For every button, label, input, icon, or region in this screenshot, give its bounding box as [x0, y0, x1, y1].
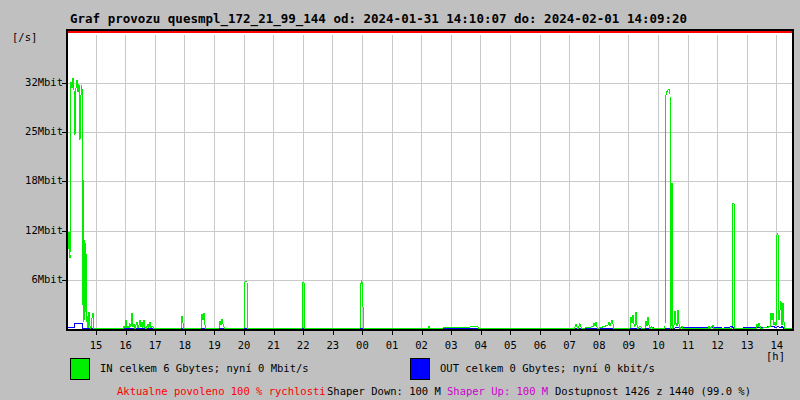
legend-in-label: IN celkem 6 Gbytes; nyní 0 Mbit/s [100, 362, 309, 374]
status-allowed-speed: Aktualne povoleno 100 % rychlosti [117, 385, 326, 397]
legend-in-swatch [70, 358, 90, 380]
x-tick-mark [540, 331, 541, 335]
y-tick-label: 25Mbit [0, 126, 63, 137]
x-tick-mark [126, 331, 127, 335]
x-tick-mark [718, 331, 719, 335]
x-tick-label: 12 [711, 340, 724, 351]
x-tick-label: 04 [474, 340, 487, 351]
x-tick-mark [214, 331, 215, 335]
y-tick-mark [62, 280, 66, 281]
x-tick-label: 11 [682, 340, 695, 351]
y-tick-mark [62, 132, 66, 133]
x-tick-label: 19 [208, 340, 221, 351]
x-tick-label: 00 [356, 340, 369, 351]
y-tick-label: 6Mbit [0, 274, 63, 285]
x-tick-label: 16 [119, 340, 132, 351]
x-tick-mark [629, 331, 630, 335]
max-bandwidth-line [68, 31, 792, 33]
y-tick-mark [62, 83, 66, 84]
x-tick-label: 05 [504, 340, 517, 351]
x-tick-label: 15 [90, 340, 103, 351]
x-tick-label: 09 [622, 340, 635, 351]
graph-title: Graf provozu quesmpl_172_21_99_144 od: 2… [70, 11, 687, 26]
x-tick-label: 07 [563, 340, 576, 351]
status-shaper-down: Shaper Down: 100 M [327, 385, 441, 397]
x-tick-label: 02 [415, 340, 428, 351]
x-tick-mark [96, 331, 97, 335]
x-tick-label: 06 [534, 340, 547, 351]
x-tick-mark [658, 331, 659, 335]
x-tick-mark [688, 331, 689, 335]
y-tick-label: 32Mbit [0, 77, 63, 88]
x-tick-label: 20 [238, 340, 251, 351]
x-tick-label: 17 [149, 340, 162, 351]
x-tick-mark [570, 331, 571, 335]
x-tick-label: 22 [297, 340, 310, 351]
x-tick-label: 23 [326, 340, 339, 351]
x-tick-mark [333, 331, 334, 335]
y-tick-label: 18Mbit [0, 175, 63, 186]
x-tick-label: 08 [593, 340, 606, 351]
x-tick-label: 21 [267, 340, 280, 351]
x-tick-mark [244, 331, 245, 335]
traffic-chart [68, 35, 792, 329]
x-axis-unit-label: [h] [766, 350, 785, 362]
x-tick-label: 18 [178, 340, 191, 351]
in-traffic-line [68, 78, 792, 329]
x-tick-mark [185, 331, 186, 335]
status-shaper-up: Shaper Up: 100 M [447, 385, 548, 397]
y-tick-mark [62, 231, 66, 232]
legend-out-label: OUT celkem 0 Gbytes; nyní 0 kbit/s [440, 362, 655, 374]
x-tick-label: 01 [386, 340, 399, 351]
x-tick-mark [777, 331, 778, 335]
x-tick-mark [392, 331, 393, 335]
traffic-graph-page: { "title": "Graf provozu quesmpl_172_21_… [0, 0, 800, 400]
status-availability: Dostupnost 1426 z 1440 (99.0 %) [555, 385, 751, 397]
legend-out-swatch [410, 358, 430, 380]
x-tick-label: 13 [741, 340, 754, 351]
x-tick-mark [510, 331, 511, 335]
x-tick-label: 10 [652, 340, 665, 351]
x-tick-mark [155, 331, 156, 335]
x-tick-mark [747, 331, 748, 335]
x-tick-mark [451, 331, 452, 335]
y-axis-unit-label: [/s] [12, 31, 37, 43]
x-tick-label: 03 [445, 340, 458, 351]
x-tick-mark [274, 331, 275, 335]
x-tick-mark [599, 331, 600, 335]
y-tick-mark [62, 181, 66, 182]
x-tick-mark [481, 331, 482, 335]
x-tick-mark [422, 331, 423, 335]
x-tick-mark [362, 331, 363, 335]
y-tick-label: 12Mbit [0, 225, 63, 236]
x-tick-mark [303, 331, 304, 335]
